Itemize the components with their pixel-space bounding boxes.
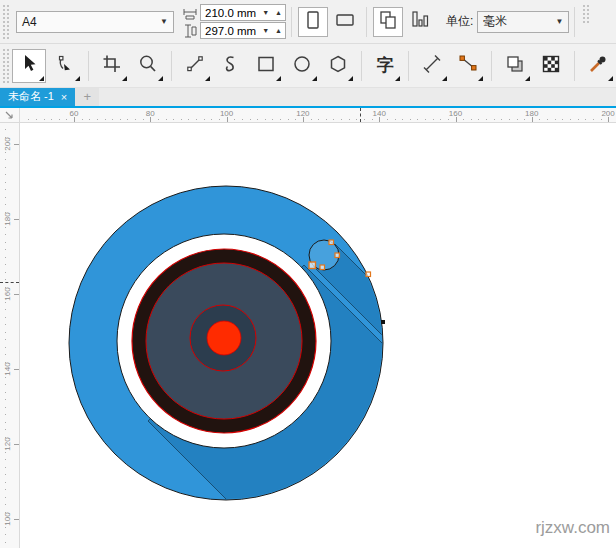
spinner-up-icon[interactable]: ▲ [272, 9, 285, 16]
drawing-canvas[interactable]: rjzxw.com [20, 123, 616, 548]
ellipse-tool-icon [291, 53, 313, 79]
polygon-tool-button[interactable] [321, 49, 355, 83]
page-width-spinner[interactable]: ▼▲ [259, 9, 285, 16]
paper-size-select[interactable]: A4 ▼ [16, 11, 174, 33]
node-handle[interactable] [366, 272, 371, 277]
separator [491, 51, 492, 81]
landscape-icon [334, 9, 356, 35]
pick-tool-icon [18, 53, 40, 79]
crop-tool-icon [101, 53, 123, 79]
parallel-dimension-tool-button[interactable] [415, 49, 449, 83]
separator [408, 51, 409, 81]
node-handle[interactable] [320, 265, 325, 270]
pick-tool-button[interactable] [12, 49, 46, 83]
tab-close-icon[interactable]: × [61, 91, 67, 103]
vertical-ruler[interactable]: 200180160140120100 [0, 123, 20, 548]
page-width-field[interactable]: 210.0 mm ▼▲ [200, 4, 286, 21]
b-spline-icon [219, 53, 241, 79]
separator [171, 51, 172, 81]
coreldraw-window: A4 ▼ 210.0 mm ▼▲ 297.0 mm ▼▲ [0, 0, 616, 548]
two-point-line-tool-button[interactable] [178, 49, 212, 83]
dropdown-arrow-icon: ▼ [549, 17, 563, 26]
connector-tool-icon [457, 53, 479, 79]
units-select[interactable]: 毫米 ▼ [477, 11, 569, 33]
units-value: 毫米 [483, 13, 507, 30]
all-pages-button[interactable] [373, 7, 403, 37]
drop-shadow-icon [504, 53, 526, 79]
units-label: 单位: [446, 13, 473, 30]
rectangle-tool-button[interactable] [249, 49, 283, 83]
ellipse-tool-button[interactable] [285, 49, 319, 83]
separator [574, 51, 575, 81]
ruler-origin-icon [4, 110, 16, 121]
shape-tool-button[interactable] [48, 49, 82, 83]
curve-node[interactable] [381, 320, 385, 324]
b-spline-tool-button[interactable] [214, 49, 248, 83]
paper-size-value: A4 [22, 15, 37, 29]
toolbar-grip[interactable] [1, 3, 10, 40]
spinner-down-icon[interactable]: ▼ [259, 9, 272, 16]
separator [361, 51, 362, 81]
portrait-icon [302, 9, 324, 35]
document-tab[interactable]: 未命名 -1 × [0, 88, 75, 106]
horizontal-ruler[interactable]: 6080100120140160180200 [20, 108, 616, 123]
document-tab-bar: 未命名 -1 × + [0, 88, 616, 106]
toolbar-grip[interactable] [581, 3, 590, 23]
current-page-size-button[interactable] [405, 7, 435, 37]
zoom-tool-icon [137, 53, 159, 79]
workspace: 6080100120140160180200 20018016014012010… [0, 108, 616, 548]
separator [88, 51, 89, 81]
separator [291, 7, 292, 37]
landscape-button[interactable] [330, 7, 360, 37]
dimension-tool-icon [421, 53, 443, 79]
plus-icon: + [83, 89, 91, 104]
document-tab-title: 未命名 -1 [8, 89, 54, 104]
spinner-down-icon[interactable]: ▼ [259, 27, 272, 34]
watermark-text: rjzxw.com [535, 518, 610, 538]
toolbar-grip[interactable] [1, 47, 10, 83]
crop-tool-button[interactable] [95, 49, 129, 83]
node-handle[interactable] [329, 240, 334, 245]
overlapping-pages-icon [377, 9, 399, 35]
page-height-value: 297.0 mm [205, 25, 256, 37]
connector-tool-button[interactable] [451, 49, 485, 83]
shape-tool-icon [54, 53, 76, 79]
rectangle-tool-icon [255, 53, 277, 79]
new-document-tab-button[interactable]: + [75, 88, 99, 106]
text-tool-icon: 字 [377, 57, 394, 74]
dropdown-arrow-icon: ▼ [154, 17, 168, 26]
page-height-icon [182, 23, 198, 39]
ruler-origin-button[interactable] [0, 108, 20, 123]
property-bar: A4 ▼ 210.0 mm ▼▲ 297.0 mm ▼▲ [0, 0, 616, 44]
color-eyedropper-tool-button[interactable] [581, 49, 615, 83]
artwork-lens-icon[interactable] [20, 123, 616, 544]
zoom-tool-button[interactable] [131, 49, 165, 83]
spinner-up-icon[interactable]: ▲ [272, 27, 285, 34]
separator [574, 7, 575, 37]
selected-node-handle[interactable] [309, 262, 316, 269]
toolbox: 字 [0, 44, 616, 87]
separator [366, 7, 367, 37]
page-width-icon [182, 5, 198, 21]
transparency-tool-button[interactable] [534, 49, 568, 83]
transparency-icon [540, 53, 562, 79]
polygon-tool-icon [327, 53, 349, 79]
drop-shadow-tool-button[interactable] [498, 49, 532, 83]
two-point-line-icon [184, 53, 206, 79]
portrait-button[interactable] [298, 7, 328, 37]
page-height-spinner[interactable]: ▼▲ [259, 27, 285, 34]
page-width-value: 210.0 mm [205, 7, 256, 19]
text-tool-button[interactable]: 字 [368, 49, 402, 83]
eyedropper-icon [587, 53, 609, 79]
page-bars-icon [409, 9, 431, 35]
page-dimensions: 210.0 mm ▼▲ 297.0 mm ▼▲ [182, 4, 286, 39]
node-handle[interactable] [335, 253, 340, 258]
page-height-field[interactable]: 297.0 mm ▼▲ [200, 22, 286, 39]
lens-center[interactable] [207, 321, 241, 355]
